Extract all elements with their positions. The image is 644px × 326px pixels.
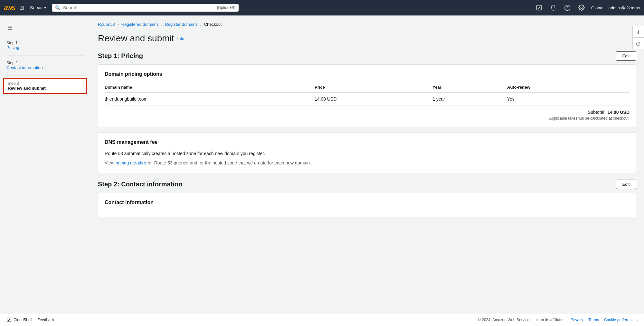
search-bar[interactable]: 🔍 [Option+S] [52, 4, 239, 12]
contact-edit-button[interactable]: Edit [616, 180, 636, 189]
section-contact: Step 2: Contact information Edit Contact… [98, 180, 636, 217]
table-row: thienduongbuiler.com 14.00 USD 1 year Ye… [105, 93, 630, 106]
col-auto-renew: Auto-renew [507, 82, 630, 93]
section-pricing: Step 1: Pricing Edit Domain pricing opti… [98, 51, 636, 173]
subtotal-label: Subtotal: [588, 110, 605, 115]
dns-card-title: DNS management fee [105, 139, 630, 145]
breadcrumb-route53[interactable]: Route 53 [98, 22, 115, 27]
dns-link-row: View pricing details⧉ for Route 53 queri… [105, 160, 630, 166]
info-link[interactable]: Info [177, 36, 185, 41]
step3-link[interactable]: Review and submit [8, 86, 82, 91]
search-shortcut: [Option+S] [217, 5, 235, 10]
sidebar-toggle[interactable]: ☰ [5, 23, 15, 33]
dns-link-prefix: View [105, 160, 116, 165]
info-side-icon[interactable]: ℹ [632, 26, 644, 37]
section-contact-header: Step 2: Contact information Edit [98, 180, 636, 189]
price-cell: 14.00 USD [315, 93, 432, 106]
ext-link-icon: ⧉ [144, 161, 147, 165]
step3-label: Step 3 [8, 81, 82, 86]
services-menu[interactable]: Services [28, 4, 49, 12]
subtotal-row: Subtotal: 14.00 USD [105, 110, 630, 115]
sidebar: ☰ Step 1 Pricing Step 2 Contact informat… [0, 15, 90, 313]
domain-pricing-card-title: Domain pricing options [105, 71, 630, 77]
top-navigation: ⊞ Services 🔍 [Option+S] Global admin @ 2… [0, 0, 644, 15]
clock-side-icon[interactable]: ◷ [632, 37, 644, 49]
contact-card-title: Contact information [105, 200, 630, 205]
dns-link-suffix: for Route 53 queries and for the hosted … [147, 160, 311, 165]
grid-icon[interactable]: ⊞ [18, 3, 25, 13]
subtotal-value: 14.00 USD [608, 110, 630, 115]
step2-label: Step 2 [6, 61, 84, 65]
user-menu[interactable]: admin @ 2ktarus [609, 5, 640, 10]
col-year: Year [432, 82, 507, 93]
search-icon: 🔍 [55, 5, 61, 10]
help-icon[interactable] [563, 3, 572, 12]
main-content: Route 53 › Registered domains › Register… [90, 15, 644, 313]
pricing-table: Domain name Price Year Auto-renew thiend… [105, 82, 630, 106]
breadcrumb-registered-domains[interactable]: Registered domains [121, 22, 159, 27]
domain-pricing-card: Domain pricing options Domain name Price… [98, 64, 636, 127]
sidebar-step3[interactable]: Step 3 Review and submit [3, 78, 87, 94]
sidebar-step1[interactable]: Step 1 Pricing [0, 38, 90, 53]
tax-note: Applicable taxes will be calculated at c… [105, 116, 630, 121]
breadcrumb-register-domains[interactable]: Register domains [165, 22, 197, 27]
step2-link[interactable]: Contact information [6, 65, 84, 70]
breadcrumb-chevron-3: › [200, 22, 202, 27]
breadcrumb-chevron-1: › [118, 22, 119, 27]
col-domain-name: Domain name [105, 82, 315, 93]
pricing-section-title: Step 1: Pricing [98, 52, 143, 60]
breadcrumb-current: Checkout [204, 22, 222, 27]
pricing-edit-button[interactable]: Edit [616, 51, 636, 61]
step1-link[interactable]: Pricing [6, 45, 84, 50]
contact-section-title: Step 2: Contact information [98, 181, 182, 188]
right-side-panel: ℹ ◷ [632, 26, 644, 49]
notifications-icon[interactable] [549, 3, 558, 12]
dns-management-card: DNS management fee Route 53 automaticall… [98, 133, 636, 173]
region-selector[interactable]: Global [591, 5, 603, 10]
nav-right-icons: Global admin @ 2ktarus [535, 3, 640, 12]
settings-icon[interactable] [577, 3, 586, 12]
step-divider-2 [6, 75, 84, 75]
domain-name-cell: thienduongbuiler.com [105, 93, 315, 106]
pricing-details-link[interactable]: pricing details [116, 160, 143, 165]
sidebar-step2[interactable]: Step 2 Contact information [0, 58, 90, 73]
svg-point-3 [581, 7, 582, 9]
step-divider-1 [6, 55, 84, 55]
auto-renew-cell: Yes [507, 93, 630, 106]
col-price: Price [315, 82, 432, 93]
search-input[interactable] [63, 5, 214, 10]
cloudshell-nav-icon[interactable] [535, 3, 544, 12]
breadcrumb: Route 53 › Registered domains › Register… [98, 22, 636, 27]
breadcrumb-chevron-2: › [161, 22, 162, 27]
step1-label: Step 1 [6, 41, 84, 45]
page-title-row: Review and submit Info [98, 33, 636, 44]
dns-description: Route 53 automatically creates a hosted … [105, 150, 630, 157]
page-title: Review and submit [98, 33, 174, 44]
aws-logo[interactable] [4, 2, 15, 14]
section-pricing-header: Step 1: Pricing Edit [98, 51, 636, 61]
year-cell: 1 year [432, 93, 507, 106]
contact-info-card: Contact information [98, 193, 636, 217]
